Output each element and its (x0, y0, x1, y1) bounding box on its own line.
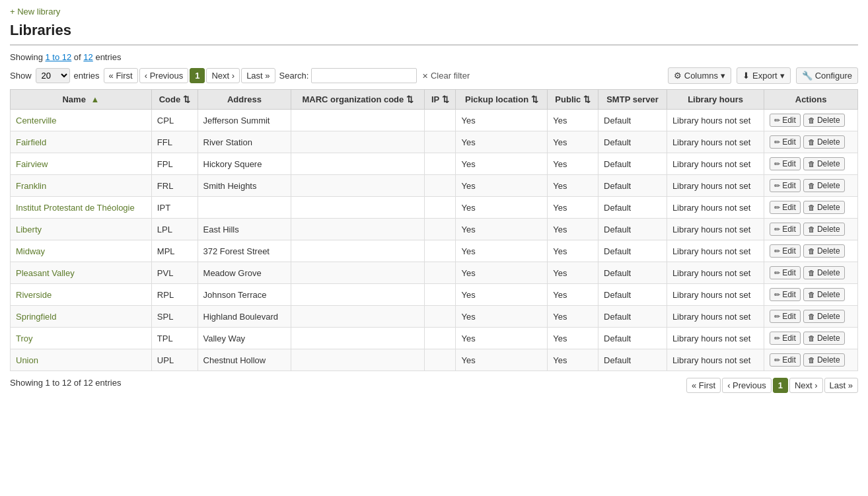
library-link[interactable]: Union (16, 355, 38, 365)
edit-label: Edit (782, 225, 796, 234)
col-marc[interactable]: MARC organization code ⇅ (291, 90, 425, 110)
delete-button[interactable]: Delete (803, 114, 845, 127)
library-link[interactable]: Pleasant Valley (16, 268, 75, 278)
trash-icon (808, 159, 815, 168)
col-name[interactable]: Name ▲ (11, 90, 152, 110)
cell-ip (424, 284, 455, 306)
edit-label: Edit (782, 312, 796, 321)
bottom-first-btn[interactable]: « First (686, 378, 721, 393)
cell-code: SPL (151, 306, 198, 328)
delete-button[interactable]: Delete (803, 266, 845, 279)
edit-button[interactable]: Edit (770, 223, 801, 236)
cell-public: Yes (548, 153, 598, 175)
cell-code: TPL (151, 328, 198, 349)
col-pickup[interactable]: Pickup location ⇅ (456, 90, 548, 110)
cell-address: Hickory Squere (198, 153, 291, 175)
edit-button[interactable]: Edit (770, 201, 801, 214)
library-link[interactable]: Fairview (16, 159, 48, 169)
next-page-btn[interactable]: Next › (206, 68, 240, 83)
library-link[interactable]: Franklin (16, 181, 46, 191)
cell-address: Meadow Grove (198, 262, 291, 284)
gear-icon (674, 71, 682, 81)
edit-button[interactable]: Edit (770, 114, 801, 127)
edit-button[interactable]: Edit (770, 266, 801, 279)
edit-label: Edit (782, 159, 796, 168)
delete-button[interactable]: Delete (803, 223, 845, 236)
search-input[interactable] (311, 68, 417, 83)
library-link[interactable]: Troy (16, 334, 33, 343)
library-link[interactable]: Midway (16, 246, 45, 256)
cell-actions: Edit Delete (764, 349, 858, 371)
delete-button[interactable]: Delete (803, 179, 845, 192)
edit-label: Edit (782, 246, 796, 256)
cell-public: Yes (548, 262, 598, 284)
edit-button[interactable]: Edit (770, 179, 801, 192)
pencil-icon (774, 181, 780, 190)
library-link[interactable]: Centerville (16, 116, 56, 125)
showing-range-link[interactable]: 1 to 12 (45, 52, 71, 62)
showing-total-link[interactable]: 12 (83, 52, 92, 62)
cell-address: Johnson Terrace (198, 284, 291, 306)
search-area: Search: Clear filter (279, 68, 473, 83)
cell-actions: Edit Delete (764, 131, 858, 153)
bottom-last-btn[interactable]: Last » (824, 378, 858, 393)
cell-hours: Library hours not set (667, 262, 764, 284)
trash-icon (808, 225, 815, 234)
cell-code: MPL (151, 240, 198, 262)
col-ip[interactable]: IP ⇅ (424, 90, 455, 110)
cell-actions: Edit Delete (764, 153, 858, 175)
col-public[interactable]: Public ⇅ (548, 90, 598, 110)
edit-button[interactable]: Edit (770, 244, 801, 258)
edit-button[interactable]: Edit (770, 310, 801, 323)
cell-hours: Library hours not set (667, 284, 764, 306)
cell-name: Riverside (11, 284, 152, 306)
bottom-next-btn[interactable]: Next › (789, 378, 823, 393)
cell-hours: Library hours not set (667, 110, 764, 131)
cell-pickup: Yes (456, 284, 548, 306)
edit-button[interactable]: Edit (770, 157, 801, 170)
library-link[interactable]: Riverside (16, 290, 52, 300)
cell-smtp: Default (598, 240, 667, 262)
delete-button[interactable]: Delete (803, 157, 845, 170)
new-library-link[interactable]: + New library (10, 7, 60, 17)
delete-button[interactable]: Delete (803, 135, 845, 149)
table-row: Pleasant Valley PVL Meadow Grove Yes Yes… (11, 262, 858, 284)
marc-sort-icon: ⇅ (406, 94, 414, 104)
delete-button[interactable]: Delete (803, 353, 845, 367)
library-link[interactable]: Institut Protestant de Théologie (16, 203, 135, 213)
cell-hours: Library hours not set (667, 240, 764, 262)
library-link[interactable]: Springfield (16, 312, 56, 322)
edit-button[interactable]: Edit (770, 353, 801, 367)
trash-icon (808, 181, 815, 190)
cell-name: Centerville (11, 110, 152, 131)
library-link[interactable]: Fairfield (16, 137, 46, 147)
columns-button[interactable]: Columns ▾ (668, 67, 731, 84)
first-page-btn[interactable]: « First (104, 68, 138, 83)
cell-code: PVL (151, 262, 198, 284)
edit-button[interactable]: Edit (770, 288, 801, 301)
export-button[interactable]: Export ▾ (737, 67, 791, 84)
cell-actions: Edit Delete (764, 197, 858, 219)
delete-button[interactable]: Delete (803, 201, 845, 214)
delete-button[interactable]: Delete (803, 288, 845, 301)
delete-button[interactable]: Delete (803, 332, 845, 345)
cell-hours: Library hours not set (667, 328, 764, 349)
code-sort-icon: ⇅ (183, 94, 190, 104)
library-link[interactable]: Liberty (16, 225, 42, 234)
configure-button[interactable]: Configure (796, 67, 858, 84)
cell-marc (291, 240, 425, 262)
prev-page-btn[interactable]: ‹ Previous (139, 68, 189, 83)
pencil-icon (774, 355, 780, 365)
delete-button[interactable]: Delete (803, 244, 845, 258)
col-code[interactable]: Code ⇅ (151, 90, 198, 110)
show-select[interactable]: 10 20 50 100 (36, 68, 70, 83)
cell-actions: Edit Delete (764, 219, 858, 240)
last-page-btn[interactable]: Last » (241, 68, 275, 83)
clear-filter-button[interactable]: Clear filter (419, 69, 472, 82)
top-pagination: « First ‹ Previous 1 Next › Last » (104, 68, 275, 83)
cell-smtp: Default (598, 131, 667, 153)
edit-button[interactable]: Edit (770, 332, 801, 345)
edit-button[interactable]: Edit (770, 135, 801, 149)
bottom-prev-btn[interactable]: ‹ Previous (722, 378, 772, 393)
delete-button[interactable]: Delete (803, 310, 845, 323)
